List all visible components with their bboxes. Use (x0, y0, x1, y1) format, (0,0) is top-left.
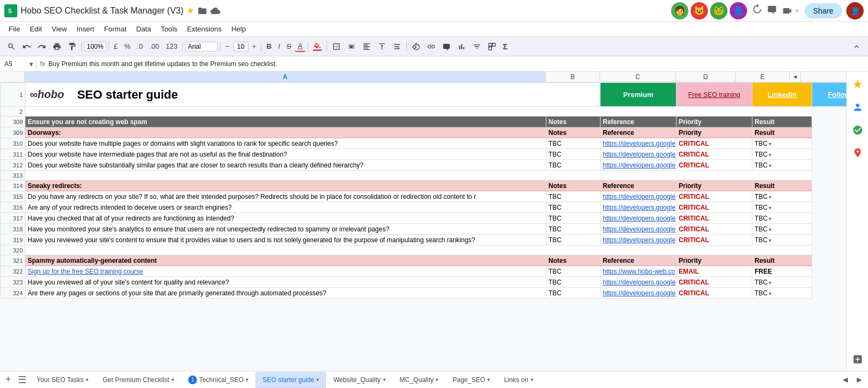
cell-link[interactable]: https://developers.google (603, 193, 675, 201)
menu-data[interactable]: Data (132, 24, 155, 34)
valign-button[interactable] (375, 41, 389, 52)
cell-link[interactable]: https://developers.google (603, 215, 675, 222)
explore-icon[interactable]: ★ (849, 76, 866, 93)
menu-insert[interactable]: Insert (72, 24, 99, 34)
check-icon[interactable] (849, 121, 866, 139)
dropdown-indicator[interactable]: ▾ (769, 163, 771, 169)
cell-link[interactable]: https://developers.google (603, 225, 675, 233)
tab-dropdown-arrow[interactable]: ▾ (383, 377, 386, 383)
merge-button[interactable] (344, 41, 359, 52)
percent-button[interactable]: % (122, 41, 133, 51)
collapse-toolbar-button[interactable] (850, 41, 864, 52)
italic-button[interactable]: I (276, 41, 283, 51)
dropdown-indicator[interactable]: ▾ (769, 280, 771, 286)
linkedin-link[interactable]: Linkedin (768, 90, 796, 99)
dropdown-indicator[interactable]: ▾ (769, 152, 771, 158)
tab-next-button[interactable]: ► (853, 374, 866, 386)
menu-view[interactable]: View (47, 24, 71, 34)
tab-prev-button[interactable]: ◄ (839, 374, 852, 386)
sum-button[interactable]: Σ (500, 41, 510, 52)
font-size-increase-button[interactable]: + (250, 41, 259, 51)
link-button[interactable] (424, 41, 438, 52)
decimal-increase-button[interactable]: .00 (146, 41, 162, 51)
fill-color-button[interactable] (310, 41, 324, 52)
cell-link[interactable]: https://developers.google (603, 236, 675, 244)
menu-format[interactable]: Format (100, 24, 131, 34)
add-panel-button[interactable] (852, 354, 863, 366)
dropdown-arrow[interactable]: ▾ (29, 60, 33, 68)
col-header-a[interactable]: A (25, 72, 546, 82)
dropdown-indicator[interactable]: ▾ (769, 237, 771, 243)
borders-button[interactable] (329, 41, 343, 52)
sheet-menu-button[interactable]: ☰ (15, 374, 30, 386)
sheet-tab-page_seo[interactable]: Page_SEO▾ (445, 372, 497, 388)
dropdown-indicator[interactable]: ▾ (769, 227, 771, 232)
cell-link[interactable]: https://developers.google (603, 279, 675, 286)
search-button[interactable] (4, 41, 18, 52)
chart-button[interactable] (455, 41, 469, 52)
number-format-button[interactable]: 123 (163, 41, 180, 51)
sheet-tab-website_quality[interactable]: Website_Quality▾ (326, 372, 392, 388)
linkedin-button-cell[interactable]: Linkedin (752, 83, 812, 107)
tab-dropdown-arrow[interactable]: ▾ (86, 377, 88, 383)
zoom-select[interactable]: 100% (84, 42, 106, 51)
decimal-decrease-button[interactable]: .0 (135, 41, 146, 51)
underline-button[interactable]: A (295, 41, 305, 52)
col-header-d[interactable]: D (676, 72, 736, 82)
dropdown-indicator[interactable]: ▾ (769, 194, 771, 200)
font-select[interactable]: Arial (185, 42, 218, 51)
strikethrough-button[interactable]: S (284, 41, 294, 51)
redo-button[interactable] (35, 41, 49, 52)
dropdown-indicator[interactable]: ▾ (769, 290, 771, 296)
filter-button[interactable] (470, 41, 484, 52)
comment-icon[interactable] (767, 4, 777, 17)
cell-link[interactable]: https://developers.google (603, 140, 675, 147)
sheet-tab-technical_seo[interactable]: 1Technical_SEO▾ (181, 372, 256, 388)
menu-extensions[interactable]: Extensions (183, 24, 226, 34)
align-button[interactable] (360, 41, 374, 52)
tab-dropdown-arrow[interactable]: ▾ (171, 377, 174, 383)
col-header-b[interactable]: B (546, 72, 600, 82)
sheet-tab-links-on[interactable]: Links on▾ (497, 372, 540, 388)
video-icon[interactable] (782, 5, 800, 16)
menu-file[interactable]: File (4, 24, 24, 34)
col-header-c[interactable]: C (600, 72, 676, 82)
tab-dropdown-arrow[interactable]: ▾ (246, 377, 248, 383)
print-button[interactable] (50, 41, 64, 52)
cell-link[interactable]: https://developers.google (603, 204, 675, 211)
premium-button-cell[interactable]: Premium (601, 83, 676, 107)
currency-button[interactable]: £ (111, 41, 120, 51)
free-training-button-cell[interactable]: Free SEO training (676, 83, 752, 107)
map-pin-icon[interactable] (849, 144, 866, 161)
person-icon[interactable] (849, 99, 866, 116)
sheet-tab-your-seo-tasks[interactable]: Your SEO Tasks▾ (30, 372, 96, 388)
star-icon[interactable]: ★ (187, 5, 194, 16)
tab-dropdown-arrow[interactable]: ▾ (487, 377, 490, 383)
menu-help[interactable]: Help (227, 24, 250, 34)
cloud-icon[interactable] (210, 6, 220, 16)
dropdown-indicator[interactable]: ▾ (769, 141, 771, 147)
cell-reference[interactable]: A5 (4, 60, 26, 68)
font-size-decrease-button[interactable]: − (222, 41, 232, 51)
bold-button[interactable]: B (264, 41, 274, 51)
tab-dropdown-arrow[interactable]: ▾ (531, 377, 533, 383)
freeze-button[interactable] (485, 41, 499, 52)
follow-button-cell[interactable]: Follow (812, 83, 847, 107)
format-paint-button[interactable] (65, 41, 79, 52)
follow-link[interactable]: Follow (828, 90, 846, 99)
undo-button[interactable] (20, 41, 34, 52)
folder-icon[interactable] (197, 6, 207, 16)
cell-link[interactable]: Sign up for the free SEO training course (28, 268, 143, 275)
rotation-button[interactable] (409, 41, 423, 52)
tab-dropdown-arrow[interactable]: ▾ (436, 377, 438, 383)
sheet-tab-mc_quality[interactable]: MC_Quality▾ (393, 372, 446, 388)
dropdown-indicator[interactable]: ▾ (769, 216, 771, 222)
dropdown-indicator[interactable]: ▾ (769, 205, 771, 211)
free-training-link[interactable]: Free SEO training (688, 91, 740, 99)
menu-tools[interactable]: Tools (156, 24, 181, 34)
sheet-tab-get-premium-checklist[interactable]: Get Premium Checklist▾ (95, 372, 181, 388)
comment-button[interactable] (439, 41, 454, 52)
wrap-button[interactable] (390, 41, 404, 52)
share-button[interactable]: Share (805, 3, 842, 18)
sheet-tab-seo-starter-guide[interactable]: SEO starter guide▾ (256, 372, 326, 388)
